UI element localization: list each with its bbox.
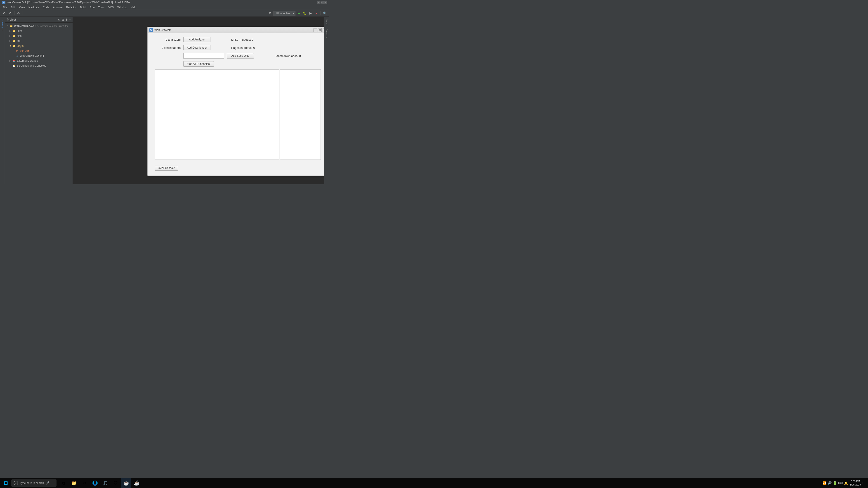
menu-bar: File Edit View Navigate Code Analyze Ref… bbox=[0, 5, 329, 10]
toolbar-sep-3 bbox=[320, 11, 321, 15]
app-window-title-bar: W Web Crawler! − □ ✕ bbox=[148, 27, 324, 33]
toolbar-gear-btn[interactable]: ⚙ bbox=[16, 11, 21, 16]
toolbar-separator-2 bbox=[23, 11, 23, 15]
seed-url-input[interactable] bbox=[183, 53, 224, 59]
menu-view[interactable]: View bbox=[17, 5, 27, 9]
tree-item-project-root[interactable]: ▼ 📁 WebCrawlerGUI C:\Users\haro5\OneDriv… bbox=[5, 24, 72, 29]
add-seed-url-button[interactable]: Add Seed URL bbox=[227, 53, 254, 59]
stop-row: placeholder Stop All Runnables! bbox=[151, 61, 324, 67]
toolbar-search-btn[interactable]: 🔍 bbox=[322, 11, 327, 16]
sidebar-minimize-btn[interactable]: − bbox=[69, 18, 71, 21]
app-minimize-btn[interactable]: − bbox=[313, 28, 317, 32]
title-text: WebCrawlerGUI [C:\Users\haro5\OneDrive\D… bbox=[7, 1, 317, 4]
close-button[interactable]: ✕ bbox=[324, 1, 327, 4]
clear-console-row: Clear Console bbox=[151, 164, 324, 172]
add-analyzer-button[interactable]: Add Analyzer bbox=[183, 37, 211, 42]
sidebar-header: Project ⚙ ⊟ ⚙ − bbox=[5, 17, 72, 23]
sidebar-title: Project bbox=[7, 18, 16, 21]
clear-console-button[interactable]: Clear Console bbox=[155, 166, 178, 170]
maven-tab[interactable]: Maven bbox=[325, 19, 329, 27]
tree-item-idea[interactable]: ▶ 📁 .idea bbox=[5, 29, 72, 33]
menu-refactor[interactable]: Refactor bbox=[64, 5, 78, 9]
toolbar-run-btn[interactable]: ▶ bbox=[296, 11, 301, 16]
menu-help[interactable]: Help bbox=[129, 5, 138, 9]
console-side bbox=[280, 69, 321, 160]
pages-in-queue: Pages in queue: 0 bbox=[231, 46, 255, 50]
menu-edit[interactable]: Edit bbox=[9, 5, 17, 9]
maximize-button[interactable]: □ bbox=[320, 1, 324, 4]
tree-item-iml[interactable]: ◇ WebCrawlerGUI.iml bbox=[5, 53, 72, 58]
sidebar: Project ⚙ ⊟ ⚙ − ▼ 📁 WebCrawlerGUI C:\Use… bbox=[5, 17, 73, 184]
title-bar: W WebCrawlerGUI [C:\Users\haro5\OneDrive… bbox=[0, 0, 329, 5]
title-bar-controls: − □ ✕ bbox=[317, 1, 327, 4]
left-vertical-tabs: 1: Project bbox=[0, 17, 5, 184]
toolbar-run-coverage-btn[interactable]: ▶ bbox=[308, 11, 313, 16]
menu-window[interactable]: Window bbox=[116, 5, 129, 9]
toolbar: ⚙ ↺ ⚙ ⚙ UILauncher ▶ 🐛 ▶ ■ 🔍 bbox=[0, 10, 329, 17]
right-vertical-tabs: Maven Database bbox=[324, 17, 329, 184]
app-window: W Web Crawler! − □ ✕ 0 analyzers Add Ana… bbox=[147, 27, 324, 176]
add-downloader-button[interactable]: Add Downloader bbox=[183, 45, 211, 51]
app-maximize-btn[interactable]: □ bbox=[318, 28, 322, 32]
vtab-project[interactable]: 1: Project bbox=[0, 19, 4, 33]
menu-code[interactable]: Code bbox=[41, 5, 51, 9]
toolbar-refresh-btn[interactable]: ↺ bbox=[8, 11, 13, 16]
app-window-controls: − □ ✕ bbox=[313, 28, 324, 32]
toolbar-right: ⚙ UILauncher ▶ 🐛 ▶ ■ 🔍 bbox=[268, 11, 327, 16]
tree-item-target[interactable]: ▼ 📁 target bbox=[5, 43, 72, 48]
console-main[interactable] bbox=[155, 69, 279, 160]
toolbar-settings-btn[interactable]: ⚙ bbox=[2, 11, 7, 16]
downloaders-count: 0 downloaders bbox=[151, 46, 181, 50]
database-tab[interactable]: Database bbox=[325, 28, 329, 39]
sidebar-layout-btn[interactable]: ⊟ bbox=[62, 18, 64, 21]
analyzers-row: 0 analyzers Add Analyzer Links in queue:… bbox=[151, 37, 324, 42]
toolbar-separator-1 bbox=[14, 11, 14, 15]
downloaders-row: 0 downloaders Add Downloader Pages in qu… bbox=[151, 45, 324, 51]
links-in-queue: Links in queue: 0 bbox=[231, 38, 253, 41]
menu-tools[interactable]: Tools bbox=[96, 5, 106, 9]
project-tree: ▼ 📁 WebCrawlerGUI C:\Users\haro5\OneDriv… bbox=[5, 23, 72, 184]
run-config-select[interactable]: UILauncher bbox=[274, 11, 296, 16]
app-window-icon: W bbox=[149, 28, 153, 32]
toolbar-stop-btn[interactable]: ■ bbox=[314, 11, 319, 16]
sidebar-settings-btn[interactable]: ⚙ bbox=[58, 18, 60, 21]
tree-item-pom[interactable]: m pom.xml bbox=[5, 48, 72, 53]
tree-item-files[interactable]: ▶ 📁 files bbox=[5, 33, 72, 38]
tree-item-src[interactable]: ▶ 📁 src bbox=[5, 38, 72, 43]
main-content: W Web Crawler! − □ ✕ 0 analyzers Add Ana… bbox=[73, 17, 324, 184]
sidebar-options-btn[interactable]: ⚙ bbox=[65, 18, 68, 21]
menu-run[interactable]: Run bbox=[88, 5, 96, 9]
toolbar-debug-btn[interactable]: 🐛 bbox=[302, 11, 307, 16]
menu-file[interactable]: File bbox=[1, 5, 9, 9]
menu-build[interactable]: Build bbox=[78, 5, 88, 9]
app-content: 0 analyzers Add Analyzer Links in queue:… bbox=[148, 33, 324, 175]
analyzers-count: 0 analyzers bbox=[151, 38, 181, 41]
menu-navigate[interactable]: Navigate bbox=[27, 5, 41, 9]
tree-item-external-libraries[interactable]: ▶ 📚 External Libraries bbox=[5, 58, 72, 63]
app-icon: W bbox=[2, 1, 5, 4]
toolbar-run-config-settings[interactable]: ⚙ bbox=[268, 11, 273, 16]
app-window-title-text: Web Crawler! bbox=[154, 29, 312, 32]
sidebar-header-icons: ⚙ ⊟ ⚙ − bbox=[58, 18, 71, 21]
console-area bbox=[151, 69, 324, 162]
failed-downloads: Failed downloads: 0 bbox=[275, 54, 301, 58]
tree-item-scratches[interactable]: 📝 Scratches and Consoles bbox=[5, 63, 72, 68]
app-close-btn[interactable]: ✕ bbox=[322, 28, 324, 32]
menu-vcs[interactable]: VCS bbox=[106, 5, 116, 9]
stop-all-button[interactable]: Stop All Runnables! bbox=[183, 61, 214, 67]
seed-url-row: placeholder Add Seed URL Failed download… bbox=[151, 53, 324, 59]
menu-analyze[interactable]: Analyze bbox=[51, 5, 64, 9]
minimize-button[interactable]: − bbox=[317, 1, 320, 4]
